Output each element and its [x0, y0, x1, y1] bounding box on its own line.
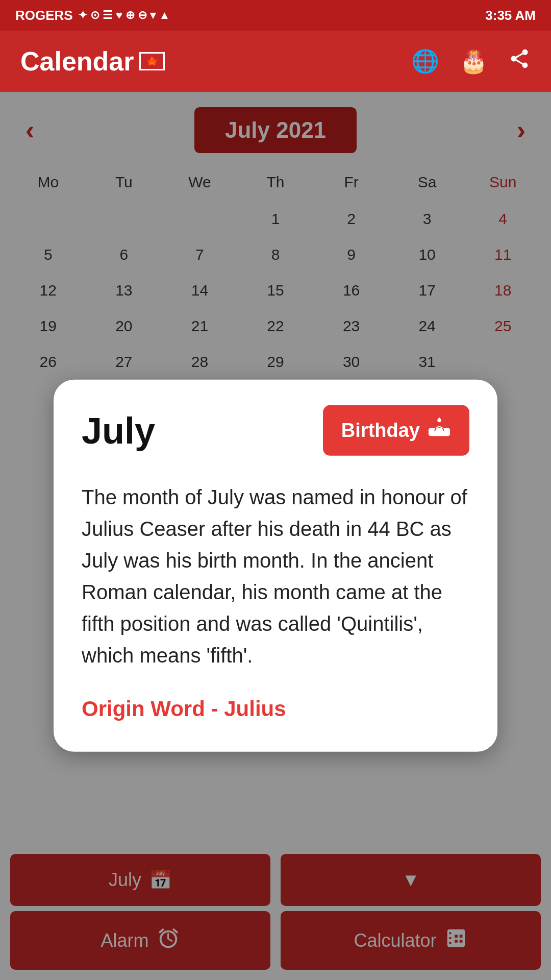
- modal-origin-word: Origin Word - Julius: [82, 697, 469, 721]
- birthday-cake-icon[interactable]: 🎂: [460, 48, 488, 75]
- globe-icon[interactable]: 🌐: [411, 48, 439, 75]
- carrier-info: ROGERS ✦ ⊙ ☰ ♥ ⊕ ⊖ ▾ ▲: [15, 8, 170, 23]
- flag-icon: 🍁: [139, 52, 165, 70]
- modal-body-text: The month of July was named in honour of…: [82, 481, 469, 671]
- status-bar: ROGERS ✦ ⊙ ☰ ♥ ⊕ ⊖ ▾ ▲ 3:35 AM: [0, 0, 551, 31]
- current-time: 3:35 AM: [485, 8, 536, 23]
- app-bar-actions: 🌐 🎂: [411, 47, 531, 75]
- app-title-text: Calendar: [20, 46, 134, 77]
- birthday-btn-label: Birthday: [341, 420, 420, 442]
- month-info-modal: July Birthday The month of July was name…: [54, 380, 497, 752]
- birthday-cake-btn-icon: [428, 416, 451, 445]
- carrier-name: ROGERS: [15, 8, 73, 23]
- birthday-button[interactable]: Birthday: [323, 405, 469, 456]
- signal-icons: ✦ ⊙ ☰ ♥ ⊕ ⊖ ▾ ▲: [78, 9, 170, 22]
- calendar-container: ‹ July 2021 › Mo Tu We Th Fr Sa Sun 1 2 …: [0, 92, 551, 980]
- app-title-container: Calendar 🍁: [20, 46, 165, 77]
- app-bar: Calendar 🍁 🌐 🎂: [0, 31, 551, 92]
- share-icon[interactable]: [508, 47, 531, 75]
- modal-month-title: July: [82, 409, 155, 451]
- modal-header: July Birthday: [82, 405, 469, 456]
